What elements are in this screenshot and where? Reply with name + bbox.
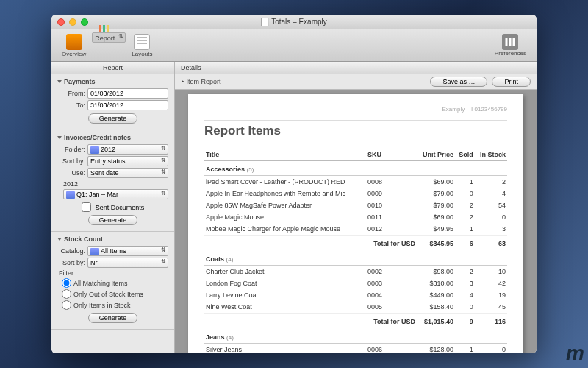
chevron-down-icon[interactable] <box>57 80 62 83</box>
stock-sortby-select[interactable]: Nr <box>87 258 168 268</box>
table-row: Apple 85W MagSafe Power Adapter0010$79.0… <box>204 199 507 211</box>
details-bar: ‣ Item Report Save as … Print <box>175 74 537 90</box>
sidebar-header: Report <box>51 62 174 74</box>
group-header: Accessories (5) <box>204 161 507 176</box>
save-as-button[interactable]: Save as … <box>430 77 487 87</box>
toolbar-preferences[interactable]: Preferences <box>490 32 531 58</box>
traffic-lights <box>57 18 88 26</box>
catalog-select[interactable]: All Items <box>87 246 168 256</box>
document-scroll[interactable]: Examply I I 0123456789 Report Items Titl… <box>175 90 537 353</box>
generate-payments-button[interactable]: Generate <box>88 113 138 124</box>
company-line: Examply I I 0123456789 <box>204 106 507 113</box>
filter-label: Filter <box>59 269 168 277</box>
radio-icon[interactable] <box>62 289 71 299</box>
from-date-input[interactable] <box>87 88 168 99</box>
app-window: Totals – Examply Overview Report Layouts… <box>51 15 537 353</box>
overview-icon <box>66 34 82 50</box>
report-table: TitleSKUUnit PriceSoldIn Stock Accessori… <box>204 149 507 353</box>
table-row: Charter Club Jacket0002$98.00210 <box>204 266 507 278</box>
main: Details ‣ Item Report Save as … Print Ex… <box>175 62 537 353</box>
quarter-select[interactable]: Q1: Jan – Mar <box>63 189 168 199</box>
toolbar: Overview Report Layouts Preferences <box>51 29 537 62</box>
generate-stock-button[interactable]: Generate <box>88 313 138 323</box>
filter-option[interactable]: Only Out of Stock Items <box>62 289 168 299</box>
panel-payments: Payments From: To: Generate <box>51 74 174 130</box>
sortby-select[interactable]: Entry status <box>87 156 168 166</box>
close-icon[interactable] <box>57 18 65 26</box>
radio-icon[interactable] <box>62 278 71 288</box>
column-header: Title <box>204 149 366 161</box>
group-header: Coats (4) <box>204 251 507 266</box>
table-row: Nine West Coat0005$158.40045 <box>204 301 507 314</box>
generate-invoices-button[interactable]: Generate <box>88 215 138 225</box>
details-header: Details <box>175 62 537 74</box>
group-header: Jeans (4) <box>204 329 507 344</box>
to-date-input[interactable] <box>87 100 168 110</box>
column-header: Unit Price <box>417 149 455 161</box>
titlebar[interactable]: Totals – Examply <box>51 15 537 29</box>
toolbar-overview[interactable]: Overview <box>57 32 90 59</box>
minimize-icon[interactable] <box>69 18 76 26</box>
window-title: Totals – Examply <box>261 18 327 26</box>
year-label: 2012 <box>63 180 168 188</box>
folder-select[interactable]: 2012 <box>87 144 168 155</box>
toolbar-layouts[interactable]: Layouts <box>127 32 157 59</box>
table-row: iPad Smart Cover - Leather - (PRODUCT) R… <box>204 176 507 188</box>
table-row: Mobee Magic Charger for Apple Magic Mous… <box>204 223 507 236</box>
preferences-icon <box>502 34 518 50</box>
toolbar-report[interactable]: Report <box>92 32 126 43</box>
column-header: In Stock <box>475 149 507 161</box>
report-title: Report Items <box>204 120 507 138</box>
panel-invoices: Invoices/Credit notes Folder:2012 Sort b… <box>51 130 174 232</box>
folder-icon <box>90 248 99 255</box>
filter-option[interactable]: All Matching Items <box>62 278 168 288</box>
breadcrumb: ‣ Item Report <box>181 78 426 85</box>
report-document: Examply I I 0123456789 Report Items Titl… <box>188 94 523 353</box>
column-header: Sold <box>455 149 475 161</box>
panel-stock: Stock Count Catalog:All Items Sort by:Nr… <box>51 232 174 330</box>
sent-documents-checkbox[interactable] <box>82 202 91 212</box>
zoom-icon[interactable] <box>81 18 88 26</box>
chevron-down-icon[interactable] <box>57 136 62 139</box>
radio-icon[interactable] <box>62 300 71 310</box>
table-row: Silver Jeans0006$128.0010 <box>204 344 507 354</box>
folder-icon <box>90 146 99 154</box>
print-button[interactable]: Print <box>492 77 531 87</box>
sidebar: Report Payments From: To: Generate Invoi… <box>51 62 175 353</box>
layouts-icon <box>134 34 150 50</box>
watermark-logo: m <box>566 342 582 365</box>
table-row: Apple In-Ear Headphones with Remote and … <box>204 188 507 199</box>
table-row: Larry Levine Coat0004$449.00419 <box>204 289 507 301</box>
folder-icon <box>66 191 75 199</box>
table-row: London Fog Coat0003$310.00342 <box>204 277 507 289</box>
chevron-down-icon[interactable] <box>57 238 62 241</box>
window-title-text: Totals – Examply <box>271 18 327 26</box>
table-row: Apple Magic Mouse0011$69.0020 <box>204 211 507 223</box>
filter-option[interactable]: Only Items in Stock <box>62 300 168 310</box>
document-icon <box>261 18 268 26</box>
column-header: SKU <box>366 149 417 161</box>
use-select[interactable]: Sent date <box>87 168 168 178</box>
